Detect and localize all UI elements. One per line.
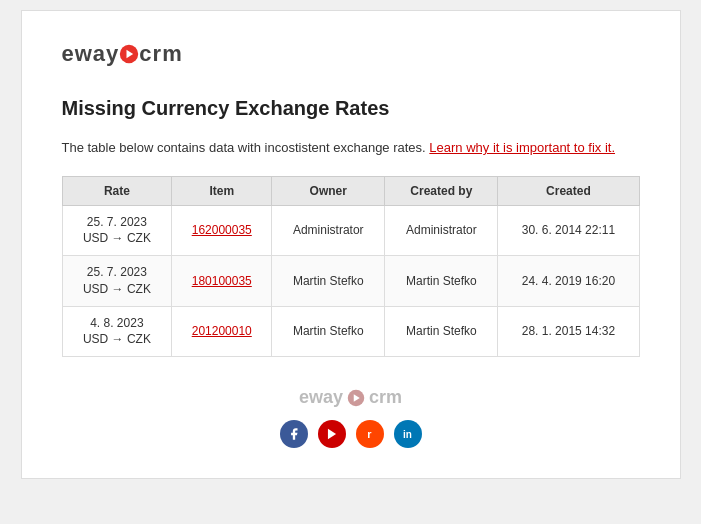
item-cell: 201200010 bbox=[172, 306, 272, 357]
rate-cell: 25. 7. 2023USD → CZK bbox=[62, 256, 172, 307]
email-container: eway crm Missing Currency Exchange Rates… bbox=[21, 10, 681, 479]
col-created-by: Created by bbox=[385, 176, 498, 205]
rate-cell: 25. 7. 2023USD → CZK bbox=[62, 205, 172, 256]
facebook-icon[interactable] bbox=[280, 420, 308, 448]
footer-social-icons: r in bbox=[62, 420, 640, 448]
eway-logo-icon bbox=[119, 44, 139, 64]
table-row: 25. 7. 2023USD → CZK162000035Administrat… bbox=[62, 205, 639, 256]
footer-logo-icon bbox=[347, 389, 365, 407]
table-header-row: Rate Item Owner Created by Created bbox=[62, 176, 639, 205]
col-owner: Owner bbox=[272, 176, 385, 205]
item-cell: 162000035 bbox=[172, 205, 272, 256]
youtube-icon[interactable] bbox=[318, 420, 346, 448]
created-by-cell: Martin Stefko bbox=[385, 256, 498, 307]
rate-cell: 4. 8. 2023USD → CZK bbox=[62, 306, 172, 357]
created-by-cell: Administrator bbox=[385, 205, 498, 256]
item-link[interactable]: 162000035 bbox=[192, 223, 252, 237]
page-title: Missing Currency Exchange Rates bbox=[62, 97, 640, 120]
owner-cell: Martin Stefko bbox=[272, 256, 385, 307]
table-row: 4. 8. 2023USD → CZK201200010Martin Stefk… bbox=[62, 306, 639, 357]
table-row: 25. 7. 2023USD → CZK180100035Martin Stef… bbox=[62, 256, 639, 307]
item-link[interactable]: 180100035 bbox=[192, 274, 252, 288]
owner-cell: Martin Stefko bbox=[272, 306, 385, 357]
reddit-icon[interactable]: r bbox=[356, 420, 384, 448]
created-cell: 30. 6. 2014 22:11 bbox=[498, 205, 639, 256]
learn-why-link[interactable]: Learn why it is important to fix it. bbox=[429, 140, 615, 155]
logo-text-eway: eway bbox=[62, 41, 120, 67]
item-link[interactable]: 201200010 bbox=[192, 324, 252, 338]
col-rate: Rate bbox=[62, 176, 172, 205]
col-item: Item bbox=[172, 176, 272, 205]
intro-text-static: The table below contains data with incos… bbox=[62, 140, 430, 155]
col-created: Created bbox=[498, 176, 639, 205]
logo-area: eway crm bbox=[62, 41, 640, 67]
footer-logo-eway: eway bbox=[299, 387, 343, 408]
footer-logo: eway crm bbox=[62, 387, 640, 408]
created-by-cell: Martin Stefko bbox=[385, 306, 498, 357]
created-cell: 28. 1. 2015 14:32 bbox=[498, 306, 639, 357]
linkedin-icon[interactable]: in bbox=[394, 420, 422, 448]
created-cell: 24. 4. 2019 16:20 bbox=[498, 256, 639, 307]
intro-paragraph: The table below contains data with incos… bbox=[62, 138, 640, 158]
footer-logo-crm: crm bbox=[369, 387, 402, 408]
logo-text-crm: crm bbox=[139, 41, 182, 67]
exchange-rates-table: Rate Item Owner Created by Created 25. 7… bbox=[62, 176, 640, 358]
svg-marker-4 bbox=[327, 429, 335, 440]
owner-cell: Administrator bbox=[272, 205, 385, 256]
footer: eway crm r in bbox=[62, 387, 640, 448]
item-cell: 180100035 bbox=[172, 256, 272, 307]
